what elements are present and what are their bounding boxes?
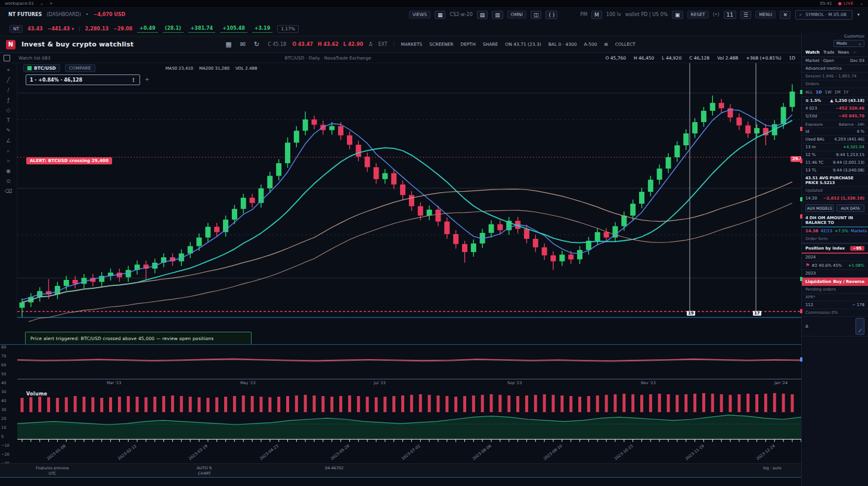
menu-a500[interactable]: A-500 xyxy=(584,42,597,47)
features-toggle[interactable]: Features previewUTC xyxy=(36,466,69,476)
grid-tool-icon[interactable]: ⌗ xyxy=(3,157,14,165)
range-tab-ALL[interactable]: ALL xyxy=(805,90,813,95)
chart-select-checkbox[interactable] xyxy=(4,55,10,61)
cursor-icon[interactable]: ⌖ xyxy=(3,66,14,74)
price-box-menu-icon[interactable]: ⋮ xyxy=(131,77,136,83)
app-logo[interactable]: N xyxy=(6,40,16,49)
buy-reverse-button[interactable]: Buy / Reverse xyxy=(833,279,864,284)
menu-markets[interactable]: MARKETS xyxy=(401,42,423,47)
delete-icon[interactable]: ⌫ xyxy=(3,187,14,195)
range-tab-1D[interactable]: 1D xyxy=(816,90,822,95)
gain-pill-1[interactable]: +0.49 xyxy=(137,25,157,33)
shapes-icon[interactable]: ◇ xyxy=(3,106,14,114)
sidebar-edge-tick-3 xyxy=(800,197,802,201)
sidebar-row-26[interactable]: LiquidationBuy / Reverse xyxy=(802,278,868,286)
alert-badge[interactable]: ALERT: BTCUSD crossing 29,400 xyxy=(26,157,112,164)
ray-icon[interactable]: ∕ xyxy=(3,86,14,94)
panel-11-button[interactable]: 11 xyxy=(724,11,736,19)
gain-pill-5[interactable]: +3.19 xyxy=(252,25,272,33)
grid-layout-icon[interactable]: ▦ xyxy=(435,11,446,19)
sidebar-row-18[interactable]: AUX MODELSAUX DATA xyxy=(802,202,868,214)
quote-change: −441.43 ▾ xyxy=(48,26,74,32)
chart-layout-icon[interactable]: ▦ xyxy=(223,40,234,49)
add-alert-icon[interactable]: + xyxy=(145,76,150,82)
liquidation-label[interactable]: Liquidation xyxy=(805,279,831,284)
menu-on-value[interactable]: ON 43.71 (23.3) xyxy=(505,42,541,47)
sidebar-row-31: Δ⟋ xyxy=(802,317,868,337)
sidebar-button-aux-models[interactable]: AUX MODELS xyxy=(805,204,834,212)
add-workspace-icon[interactable]: + xyxy=(49,1,53,6)
trendline-icon[interactable]: ╱ xyxy=(3,76,14,84)
mixed-part[interactable]: +7.5% xyxy=(835,229,848,233)
symbol-chip[interactable]: BTC/USD xyxy=(23,64,60,72)
mini-chart-icon[interactable]: ⟋ xyxy=(855,318,864,335)
momentum-pane[interactable] xyxy=(17,346,801,378)
split-view-icon[interactable]: ◫ xyxy=(531,11,542,19)
mixed-part[interactable]: 14.38 xyxy=(805,229,819,233)
mid-axis-label-0: Mar '23 xyxy=(107,381,121,385)
mode-select-label: Mode xyxy=(836,41,847,46)
search-caret-icon[interactable]: ▾ xyxy=(857,12,860,17)
gain-pill-2[interactable]: (28.1) xyxy=(163,25,184,33)
candlestick-chart[interactable] xyxy=(17,63,801,322)
omni-button[interactable]: OMNI xyxy=(507,11,526,18)
message-icon[interactable]: ✉ xyxy=(238,40,248,49)
menu-list-icon[interactable]: ☰ xyxy=(740,11,751,19)
compare-chip[interactable]: COMPARE xyxy=(65,64,95,72)
wallet-icon[interactable]: ▣ xyxy=(672,11,683,19)
lock-icon[interactable]: ⊙ xyxy=(3,177,14,185)
sidebar-tabs: WatchTradeNews⋯ xyxy=(802,49,868,57)
gain-pill-4[interactable]: +105.48 xyxy=(220,25,247,33)
module-badge[interactable]: −95 xyxy=(850,246,865,251)
menu-share[interactable]: SHARE xyxy=(483,42,498,47)
brackets-icon[interactable]: ( ) xyxy=(545,11,557,19)
menu-screener[interactable]: SCREENER xyxy=(429,42,453,47)
add-panel-icon[interactable]: ⊞ xyxy=(604,42,608,47)
workspace-caret-icon[interactable]: ⌄ xyxy=(40,1,44,6)
menu-depth[interactable]: DEPTH xyxy=(461,42,476,47)
sidebar-tab-2[interactable]: News xyxy=(838,50,849,55)
exchange-chip[interactable]: NT xyxy=(10,25,23,33)
auto-chart-toggle[interactable]: AUTO ⇅CHART xyxy=(197,466,212,476)
menu-button[interactable]: MENU xyxy=(755,11,776,18)
price-readout-box[interactable]: 1 · +0.84% · 46,128 ⋮ xyxy=(26,74,140,85)
left-axis-value-0: 80 xyxy=(1,343,17,352)
main-chart-area[interactable]: BTC/USD COMPARE MA50 23,410MA200 31,280V… xyxy=(17,63,801,322)
angle-icon[interactable]: ∠ xyxy=(3,136,14,145)
mode-m-button[interactable]: M xyxy=(591,11,602,19)
close-icon[interactable]: ✕ xyxy=(780,11,790,19)
menu-collect[interactable]: COLLECT xyxy=(615,42,636,47)
rows-layout-icon[interactable]: ▤ xyxy=(477,11,488,19)
gain-pill-3[interactable]: +381.74 xyxy=(188,25,216,33)
sidebar-tab-3[interactable]: ⋯ xyxy=(852,50,857,55)
mixed-part[interactable]: Markets xyxy=(851,229,867,233)
neutral-pill[interactable]: 1.17% xyxy=(277,25,299,33)
symbol-search-input[interactable]: ⌕ SYMBOL · M 05:08 xyxy=(795,10,852,20)
sidebar-row-4[interactable]: ALL1D1W1M1Y xyxy=(802,88,868,97)
magnet-icon[interactable]: ◉ xyxy=(3,167,14,175)
reset-button[interactable]: RESET xyxy=(687,11,709,18)
sidebar-tab-1[interactable]: Trade xyxy=(823,50,835,55)
fib-icon[interactable]: ƒ xyxy=(3,96,14,104)
columns-layout-icon[interactable]: ▥ xyxy=(492,11,503,19)
range-tab-1W[interactable]: 1W xyxy=(825,90,832,95)
mixed-part[interactable]: 42/13 xyxy=(821,229,833,233)
draw-icon[interactable]: ✎ xyxy=(3,126,14,135)
open-value: O 43.47 xyxy=(292,42,313,47)
window-menu-icon[interactable]: ⌄ xyxy=(860,1,863,6)
sidebar-tab-0[interactable]: Watch xyxy=(805,50,820,55)
customize-link[interactable]: Customize xyxy=(802,33,868,39)
price-alert-banner[interactable]: Price alert triggered: BTC/USD crossed a… xyxy=(25,332,252,345)
views-button[interactable]: VIEWS xyxy=(409,11,430,18)
mode-select[interactable]: Mode ⌄ xyxy=(833,40,864,47)
record-icon[interactable]: (•) xyxy=(713,12,720,17)
menu-balance[interactable]: BAL 0 · 4300 xyxy=(548,42,577,47)
refresh-icon[interactable]: ↻ xyxy=(252,40,262,49)
text-icon[interactable]: T xyxy=(3,116,14,124)
scale-toggle[interactable]: log · auto xyxy=(763,466,782,471)
volume-pane[interactable] xyxy=(17,386,801,439)
range-tab-1Y[interactable]: 1Y xyxy=(844,90,848,95)
sidebar-button-aux-data[interactable]: AUX DATA xyxy=(836,204,865,212)
range-tab-1M[interactable]: 1M xyxy=(835,90,841,95)
zoom-icon[interactable]: ⌕ xyxy=(3,147,14,155)
